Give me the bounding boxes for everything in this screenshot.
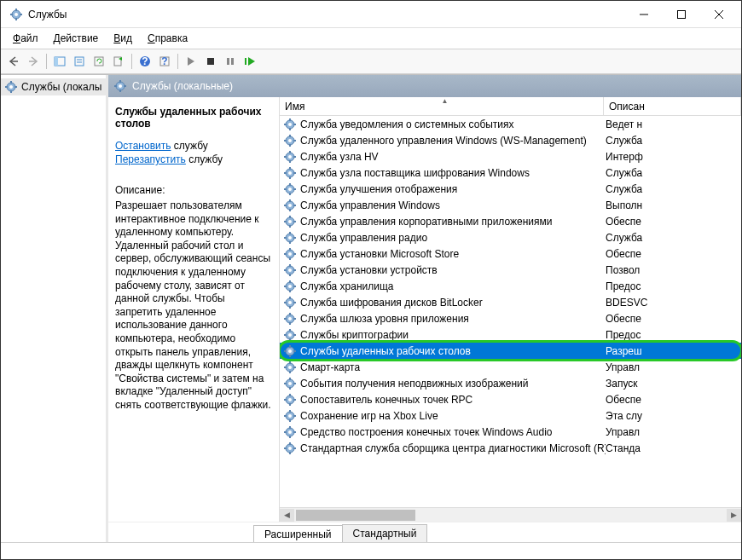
column-description[interactable]: Описан <box>604 97 741 115</box>
minimize-button[interactable] <box>625 2 663 27</box>
scroll-right-icon[interactable]: ▶ <box>727 509 741 522</box>
service-desc: Предос <box>606 280 741 292</box>
service-name: Средство построения конечных точек Windo… <box>300 426 606 438</box>
titlebar: Службы <box>1 1 741 28</box>
menu-help[interactable]: Справка <box>141 31 194 46</box>
gear-icon <box>283 296 297 309</box>
service-row[interactable]: Стандартная служба сборщика центра диагн… <box>280 440 741 456</box>
service-row[interactable]: Служба управления корпоративными приложе… <box>280 213 741 229</box>
column-name[interactable]: Имя ▲ <box>280 97 604 115</box>
svg-rect-25 <box>231 58 234 65</box>
service-row[interactable]: Служба управления радиоСлужба <box>280 229 741 245</box>
show-hide-tree-button[interactable] <box>50 52 69 71</box>
service-name: Служба удаленного управления Windows (WS… <box>300 135 606 147</box>
gear-icon <box>283 134 297 147</box>
scroll-left-icon[interactable]: ◀ <box>280 509 294 522</box>
gear-icon <box>283 150 297 164</box>
service-desc: Позвол <box>606 264 741 276</box>
svg-rect-7 <box>678 10 686 18</box>
pause-service-button[interactable] <box>221 52 240 71</box>
services-list[interactable]: Служба уведомления о системных событияхВ… <box>280 116 741 507</box>
detail-pane: Службы удаленных рабочих столов Останови… <box>108 97 279 522</box>
services-icon <box>4 80 18 94</box>
selected-service-name: Службы удаленных рабочих столов <box>115 106 272 130</box>
service-row[interactable]: Служба удаленного управления Windows (WS… <box>280 132 741 148</box>
service-row[interactable]: Сохранение игр на Xbox LiveЭта слу <box>280 407 741 424</box>
gear-icon <box>283 312 297 326</box>
service-row[interactable]: Средство построения конечных точек Windo… <box>280 424 741 440</box>
service-desc: Выполн <box>606 199 741 211</box>
service-desc: Эта слу <box>606 410 741 422</box>
gear-icon <box>283 442 297 455</box>
service-name: Служба управления Windows <box>300 199 606 211</box>
service-row[interactable]: Служба управления WindowsВыполн <box>280 197 741 213</box>
gear-icon <box>283 118 297 131</box>
service-row[interactable]: События получения неподвижных изображени… <box>280 375 741 391</box>
stop-service-button[interactable] <box>201 52 220 71</box>
gear-icon <box>283 215 297 228</box>
tree-root-item[interactable]: Службы (локалы <box>1 78 106 95</box>
service-desc: Служба <box>606 167 741 179</box>
gear-icon <box>283 263 297 277</box>
service-row[interactable]: Служба уведомления о системных событияхВ… <box>280 116 741 132</box>
service-row[interactable]: Службы удаленных рабочих столовРазреш <box>280 343 741 359</box>
main-header: Службы (локальные) <box>108 75 741 97</box>
help-topics-button[interactable]: ? <box>155 52 174 71</box>
service-row[interactable]: Служба узла HVИнтерф <box>280 148 741 165</box>
content-area: Службы (локалы Службы (локальные) Службы… <box>1 74 741 542</box>
service-desc: Обеспе <box>606 313 741 325</box>
service-name: Служба установки Microsoft Store <box>300 248 606 260</box>
stop-link[interactable]: Остановить <box>115 140 171 152</box>
gear-icon <box>283 166 297 180</box>
header-label: Службы (локальные) <box>132 80 233 92</box>
refresh-button[interactable] <box>90 52 108 71</box>
service-row[interactable]: Служба установки Microsoft StoreОбеспе <box>280 245 741 262</box>
service-row[interactable]: Смарт-картаУправл <box>280 359 741 375</box>
service-row[interactable]: Служба хранилищаПредос <box>280 278 741 294</box>
scroll-thumb[interactable] <box>296 510 415 521</box>
menu-action[interactable]: Действие <box>47 31 106 46</box>
column-headers: Имя ▲ Описан <box>280 97 741 116</box>
forward-button[interactable] <box>24 52 43 71</box>
tab-standard[interactable]: Стандартный <box>342 524 428 542</box>
restart-service-button[interactable] <box>241 52 259 71</box>
service-desc: Обеспе <box>606 248 741 260</box>
restart-link[interactable]: Перезапустить <box>115 153 186 165</box>
service-row[interactable]: Службы криптографииПредос <box>280 326 741 343</box>
service-row[interactable]: Служба улучшения отображенияСлужба <box>280 181 741 197</box>
service-desc: Управл <box>606 426 741 438</box>
gear-icon <box>283 199 297 212</box>
gear-icon <box>283 344 297 358</box>
help-button[interactable]: ? <box>136 52 154 71</box>
window-title: Службы <box>28 9 625 20</box>
menu-view[interactable]: Вид <box>107 31 139 46</box>
svg-text:?: ? <box>161 55 167 67</box>
service-name: Служба шлюза уровня приложения <box>300 313 606 325</box>
service-name: Служба установки устройств <box>300 264 606 276</box>
close-button[interactable] <box>700 2 738 27</box>
description-label: Описание: <box>115 184 272 196</box>
menu-file[interactable]: Файл <box>6 31 45 46</box>
start-service-button[interactable] <box>182 52 200 71</box>
service-row[interactable]: Служба шифрования дисков BitLockerBDESVC <box>280 294 741 310</box>
tree-root-label: Службы (локалы <box>21 81 101 93</box>
service-desc: Разреш <box>606 345 741 357</box>
gear-icon <box>283 182 297 196</box>
tab-extended[interactable]: Расширенный <box>253 525 343 542</box>
navigation-tree[interactable]: Службы (локалы <box>1 75 108 542</box>
service-name: Служба улучшения отображения <box>300 183 606 195</box>
gear-icon <box>283 361 297 374</box>
service-row[interactable]: Служба установки устройствПозвол <box>280 262 741 278</box>
service-name: Служба управления корпоративными приложе… <box>300 216 606 228</box>
back-button[interactable] <box>4 52 23 71</box>
service-desc: Ведет н <box>606 118 741 130</box>
service-desc: Служба <box>606 135 741 147</box>
properties-button[interactable] <box>70 52 89 71</box>
maximize-button[interactable] <box>663 2 700 27</box>
horizontal-scrollbar[interactable]: ◀ ▶ <box>280 507 741 522</box>
service-row[interactable]: Служба шлюза уровня приложенияОбеспе <box>280 310 741 326</box>
service-row[interactable]: Служба узла поставщика шифрования Window… <box>280 165 741 181</box>
service-name: Служба узла поставщика шифрования Window… <box>300 167 606 179</box>
export-button[interactable] <box>109 52 128 71</box>
service-row[interactable]: Сопоставитель конечных точек RPCОбеспе <box>280 391 741 407</box>
